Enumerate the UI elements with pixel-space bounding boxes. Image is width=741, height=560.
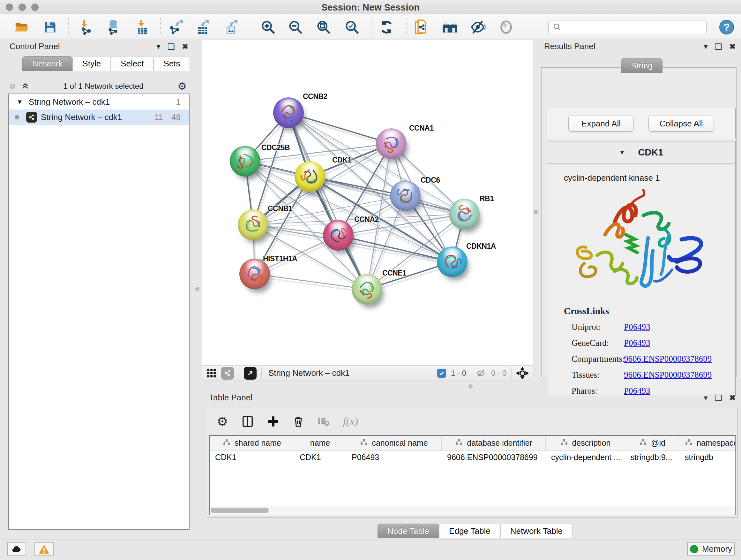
table-cell[interactable]: 9606.ENSP00000378699 (442, 453, 546, 462)
crosslink-link[interactable]: P06493 (624, 338, 650, 348)
float-panel-icon[interactable]: ❑ (715, 394, 722, 402)
close-panel-icon[interactable]: ✖ (729, 394, 736, 401)
horizontal-splitter-handle[interactable] (468, 384, 473, 388)
tab-network[interactable]: Network (22, 56, 72, 71)
panel-menu-icon[interactable]: ▾ (704, 394, 708, 401)
node-label-CDC6: CDC6 (421, 176, 440, 185)
column-header--id[interactable]: @id (625, 436, 679, 450)
collapse-all-button[interactable]: Collapse All (649, 116, 714, 132)
network-canvas[interactable]: CCNB2CCNA1CDC25BCDK1CDC6RB1CCNB1CCNA2CDK… (202, 40, 533, 365)
tab-string[interactable]: String (621, 58, 663, 73)
network-node-CDC6[interactable] (390, 180, 421, 211)
show-hide-graphics-icon[interactable] (470, 19, 486, 35)
table-cell[interactable]: CDK1 (210, 453, 294, 462)
open-session-icon[interactable] (14, 19, 30, 35)
column-header-canonical-name[interactable]: canonical name (346, 436, 442, 450)
grid-view-icon[interactable] (207, 368, 216, 378)
network-node-CDKN1A[interactable] (437, 246, 468, 277)
network-node-CCNB2[interactable] (273, 98, 304, 128)
zoom-in-icon[interactable] (260, 19, 276, 35)
crosslink-link[interactable]: 9606.ENSP00000378699 (624, 354, 712, 364)
hidden-elements-icon[interactable] (476, 368, 486, 378)
table-options-gear-icon[interactable]: ⚙ (217, 414, 228, 429)
network-row-selected[interactable]: String Network – cdk1 11 48 (9, 110, 189, 125)
tab-style[interactable]: Style (72, 56, 111, 71)
memory-button[interactable]: Memory (687, 543, 735, 556)
scrollbar-thumb[interactable] (211, 508, 269, 513)
table-cell[interactable]: stringdb:9... (625, 453, 679, 462)
import-network-file-icon[interactable] (78, 19, 94, 35)
tab-network-table[interactable]: Network Table (500, 523, 572, 538)
column-header-description[interactable]: description (546, 436, 625, 450)
fit-selected-icon[interactable] (516, 367, 529, 379)
table-horizontal-scrollbar[interactable] (210, 506, 735, 515)
crosslink-label: GeneCard: (564, 338, 624, 348)
float-panel-icon[interactable]: ❑ (167, 43, 175, 51)
share-view-icon[interactable] (221, 367, 234, 380)
export-network-icon[interactable] (167, 19, 184, 35)
column-header-namespace[interactable]: namespace (679, 436, 736, 450)
column-header-name[interactable]: name (294, 436, 346, 450)
network-view[interactable]: CCNB2CCNA1CDC25BCDK1CDC6RB1CCNB1CCNA2CDK… (202, 40, 533, 381)
network-node-CDK1[interactable] (294, 161, 325, 192)
tab-node-table[interactable]: Node Table (378, 523, 439, 538)
table-row[interactable]: CDK1CDK1P064939606.ENSP00000378699cyclin… (210, 450, 735, 464)
add-column-icon[interactable] (267, 415, 279, 428)
network-node-CCNB1[interactable] (238, 209, 268, 240)
share-document-icon[interactable] (414, 19, 430, 35)
zoom-out-icon[interactable] (287, 19, 304, 35)
crosslink-link[interactable]: P06493 (624, 322, 650, 332)
close-panel-icon[interactable]: ✖ (729, 43, 736, 51)
node-label-HIST1H1A: HIST1H1A (263, 254, 297, 263)
help-icon[interactable]: ? (719, 19, 735, 35)
node-label-CDK1: CDK1 (332, 156, 352, 165)
column-header-shared-name[interactable]: shared name (210, 436, 294, 450)
collapse-all-icon[interactable] (8, 81, 17, 91)
panel-menu-icon[interactable]: ▾ (704, 43, 708, 51)
import-network-database-icon[interactable] (105, 19, 121, 35)
table-cell[interactable]: CDK1 (294, 453, 346, 462)
table-cell[interactable]: cyclin-dependent ... (546, 453, 625, 462)
warnings-button[interactable] (35, 543, 54, 556)
refresh-layout-icon[interactable] (379, 19, 394, 35)
gene-expander-icon[interactable]: ▼ (619, 149, 625, 156)
expand-all-button[interactable]: Expand All (568, 116, 634, 132)
left-splitter-handle[interactable] (195, 287, 199, 291)
tab-sets[interactable]: Sets (153, 56, 190, 71)
tab-edge-table[interactable]: Edge Table (439, 523, 500, 538)
network-node-HIST1H1A[interactable] (239, 259, 270, 289)
export-image-icon[interactable] (223, 19, 239, 35)
export-table-icon[interactable] (195, 19, 211, 35)
float-panel-icon[interactable]: ❑ (715, 43, 722, 51)
search-input[interactable] (564, 21, 706, 34)
home-icon[interactable] (442, 19, 458, 35)
selected-nodes-checkbox[interactable] (437, 369, 446, 378)
zoom-selected-icon[interactable] (344, 19, 360, 35)
column-header-database-identifier[interactable]: database identifier (442, 436, 546, 450)
save-session-icon[interactable] (42, 19, 58, 35)
table-cell[interactable]: stringdb (679, 453, 736, 462)
collection-expander-icon[interactable]: ▼ (17, 98, 23, 106)
node-table[interactable]: shared namenamecanonical namedatabase id… (209, 435, 736, 515)
network-node-RB1[interactable] (449, 199, 480, 229)
network-node-CCNA2[interactable] (323, 220, 354, 251)
tab-select[interactable]: Select (111, 56, 153, 71)
right-splitter-handle[interactable] (534, 210, 538, 214)
cloud-button[interactable] (7, 543, 26, 556)
network-collection-row[interactable]: ▼ String Network – cdk1 1 (9, 94, 189, 110)
show-columns-icon[interactable] (242, 415, 254, 428)
delete-column-icon[interactable] (293, 415, 304, 428)
network-node-CCNA1[interactable] (376, 128, 407, 159)
network-options-gear-icon[interactable]: ⚙ (178, 80, 187, 92)
zoom-fit-icon[interactable] (316, 19, 332, 35)
crosslink-link[interactable]: 9606.ENSP00000378699 (624, 370, 712, 380)
table-cell[interactable]: P06493 (346, 453, 442, 462)
birds-eye-view-icon[interactable] (244, 367, 257, 380)
close-panel-icon[interactable]: ✖ (182, 43, 188, 51)
network-node-CDC25B[interactable] (230, 146, 260, 177)
expand-all-icon[interactable] (21, 81, 29, 91)
panel-menu-icon[interactable]: ▾ (157, 43, 160, 51)
import-table-file-icon[interactable] (134, 19, 150, 35)
network-node-CCNE1[interactable] (352, 274, 382, 305)
search-box[interactable] (548, 20, 706, 34)
